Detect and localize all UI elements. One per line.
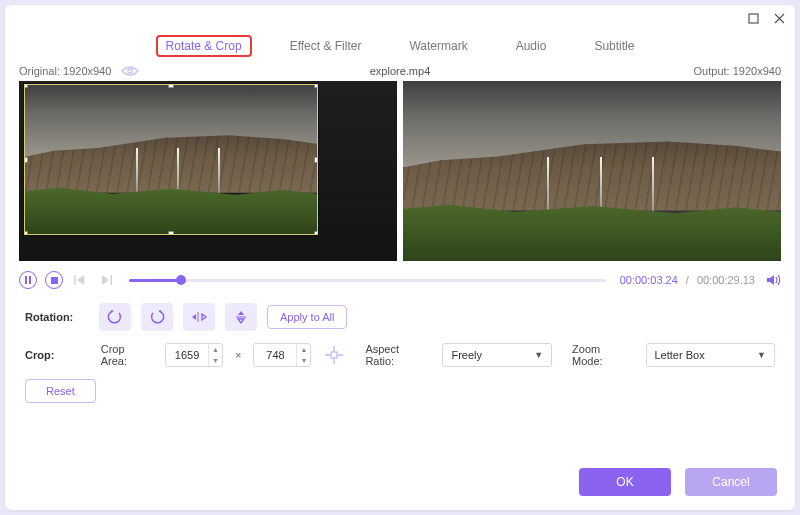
info-row: Original: 1920x940 explore.mp4 Output: 1…: [5, 65, 795, 81]
volume-icon[interactable]: [767, 274, 781, 286]
svg-rect-6: [111, 275, 113, 285]
original-label: Original: 1920x940: [19, 65, 111, 77]
tab-subtitle[interactable]: Subtitle: [584, 35, 644, 57]
seek-fill: [129, 279, 181, 282]
center-crop-icon[interactable]: [323, 344, 345, 366]
crop-handle-bl[interactable]: [24, 231, 28, 235]
flip-horizontal-icon[interactable]: [183, 303, 215, 331]
times-symbol: ×: [235, 349, 241, 361]
crop-handle-br[interactable]: [314, 231, 318, 235]
crop-height-down[interactable]: ▼: [297, 355, 310, 366]
time-current: 00:00:03.24: [620, 274, 678, 286]
preview-output: [403, 81, 781, 261]
preview-original[interactable]: [19, 81, 397, 261]
seek-thumb[interactable]: [176, 275, 186, 285]
crop-box[interactable]: [24, 84, 319, 235]
tab-bar: Rotate & Crop Effect & Filter Watermark …: [5, 31, 795, 65]
svg-rect-5: [74, 275, 76, 285]
prev-frame-button[interactable]: [71, 271, 89, 289]
crop-height-stepper[interactable]: ▲▼: [253, 343, 311, 367]
aspect-ratio-select[interactable]: Freely ▼: [442, 343, 552, 367]
svg-rect-7: [331, 352, 337, 358]
apply-to-all-button[interactable]: Apply to All: [267, 305, 347, 329]
svg-rect-3: [29, 276, 31, 284]
filename: explore.mp4: [219, 65, 581, 77]
aspect-ratio-label: Aspect Ratio:: [365, 343, 430, 367]
crop-area-label: Crop Area:: [101, 343, 153, 367]
output-label: Output: 1920x940: [581, 65, 781, 77]
editor-window: Rotate & Crop Effect & Filter Watermark …: [5, 5, 795, 510]
close-button[interactable]: [773, 12, 785, 24]
ok-button[interactable]: OK: [579, 468, 671, 496]
svg-rect-2: [25, 276, 27, 284]
zoom-mode-select[interactable]: Letter Box ▼: [646, 343, 775, 367]
stop-button[interactable]: [45, 271, 63, 289]
crop-handle-l[interactable]: [24, 157, 28, 163]
tab-audio[interactable]: Audio: [506, 35, 557, 57]
crop-height-input[interactable]: [254, 349, 296, 361]
crop-handle-r[interactable]: [314, 157, 318, 163]
crop-handle-t[interactable]: [168, 84, 174, 88]
crop-width-up[interactable]: ▲: [209, 344, 222, 355]
crop-handle-b[interactable]: [168, 231, 174, 235]
tab-watermark[interactable]: Watermark: [399, 35, 477, 57]
crop-handle-tr[interactable]: [314, 84, 318, 88]
maximize-button[interactable]: [747, 12, 759, 24]
rotate-left-icon[interactable]: [99, 303, 131, 331]
pause-button[interactable]: [19, 271, 37, 289]
crop-label: Crop:: [25, 349, 89, 361]
chevron-down-icon: ▼: [757, 350, 766, 360]
seek-bar[interactable]: [129, 279, 606, 282]
svg-point-1: [128, 69, 132, 73]
crop-width-down[interactable]: ▼: [209, 355, 222, 366]
player-bar: 00:00:03.24/00:00:29.13: [5, 261, 795, 297]
svg-rect-4: [51, 277, 58, 284]
crop-width-stepper[interactable]: ▲▼: [165, 343, 223, 367]
preview-toggle-icon[interactable]: [121, 65, 139, 77]
tab-rotate-crop[interactable]: Rotate & Crop: [156, 35, 252, 57]
zoom-mode-label: Zoom Mode:: [572, 343, 633, 367]
chevron-down-icon: ▼: [534, 350, 543, 360]
reset-button[interactable]: Reset: [25, 379, 96, 403]
crop-height-up[interactable]: ▲: [297, 344, 310, 355]
crop-handle-tl[interactable]: [24, 84, 28, 88]
cancel-button[interactable]: Cancel: [685, 468, 777, 496]
crop-width-input[interactable]: [166, 349, 208, 361]
next-frame-button[interactable]: [97, 271, 115, 289]
rotation-label: Rotation:: [25, 311, 89, 323]
aspect-ratio-value: Freely: [451, 349, 482, 361]
time-total: 00:00:29.13: [697, 274, 755, 286]
flip-vertical-icon[interactable]: [225, 303, 257, 331]
controls: Rotation: Apply to All Crop: Crop Area: …: [5, 297, 795, 415]
svg-rect-0: [749, 14, 758, 23]
footer: OK Cancel: [579, 468, 777, 496]
rotate-right-icon[interactable]: [141, 303, 173, 331]
zoom-mode-value: Letter Box: [655, 349, 705, 361]
preview-area: [5, 81, 795, 261]
tab-effect-filter[interactable]: Effect & Filter: [280, 35, 372, 57]
titlebar: [5, 5, 795, 31]
